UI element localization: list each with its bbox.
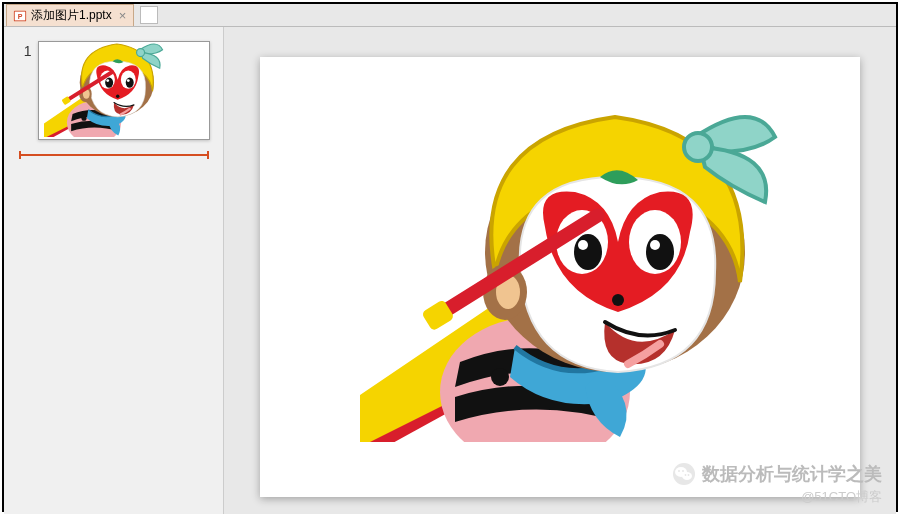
file-tab[interactable]: P 添加图片1.pptx × — [6, 4, 134, 26]
slide-thumbnail[interactable] — [38, 41, 210, 140]
slide-canvas[interactable] — [260, 57, 860, 497]
new-tab-button[interactable] — [140, 6, 158, 24]
slide-thumbnail-wrapper: 1 — [18, 41, 210, 140]
slide-editor-area — [224, 27, 896, 514]
app-window: P 添加图片1.pptx × 1 — [2, 2, 898, 512]
content-area: 1 — [4, 27, 896, 514]
thumbnail-selection-indicator — [19, 154, 209, 156]
slide-number: 1 — [18, 41, 38, 59]
slide-thumbnail-image — [44, 41, 164, 137]
svg-text:P: P — [18, 12, 23, 19]
thumbnail-panel: 1 — [4, 27, 224, 514]
file-tab-label: 添加图片1.pptx — [31, 7, 112, 24]
slide-image — [360, 82, 780, 442]
close-icon[interactable]: × — [116, 8, 130, 23]
ppt-icon: P — [13, 9, 27, 23]
tab-bar: P 添加图片1.pptx × — [4, 4, 896, 27]
